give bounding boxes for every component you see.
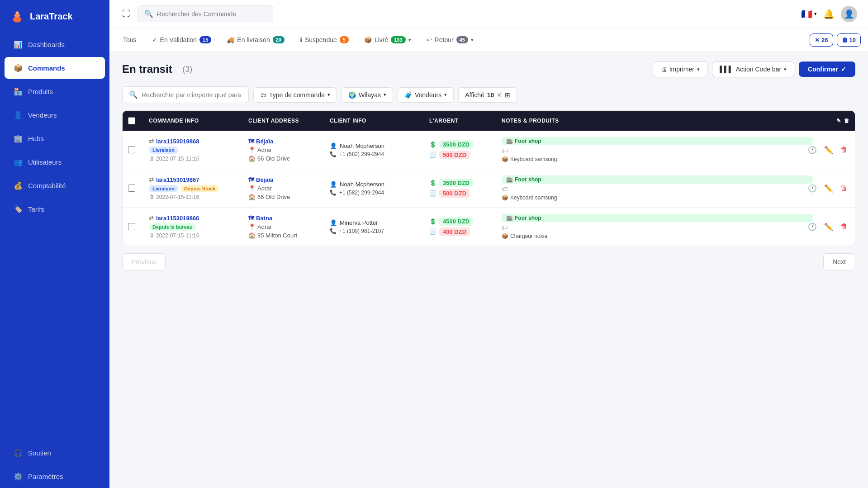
tarifs-icon: 🏷️ bbox=[14, 204, 23, 213]
print-icon: 🖨 bbox=[660, 66, 667, 73]
map-icon: 🗺 bbox=[248, 138, 254, 145]
tab-suspendue[interactable]: ℹ Suspendue 5 bbox=[294, 33, 355, 47]
td-address-2: 🗺 Béjaïa 📍 Adrar 🏠 66 Old Drive bbox=[243, 170, 324, 207]
briefcase-icon: 🧳 bbox=[404, 91, 412, 99]
nav-item-tarifs[interactable]: 🏷️ Tarifs bbox=[5, 198, 105, 220]
sync-icon: ⇄ bbox=[149, 138, 154, 145]
nav-item-commands[interactable]: 📦 Commands bbox=[5, 57, 105, 79]
cancel-badge-button[interactable]: ✕ 26 bbox=[810, 33, 833, 47]
avatar[interactable]: 👤 bbox=[841, 6, 857, 22]
previous-button[interactable]: Previous bbox=[122, 253, 166, 270]
svg-point-1 bbox=[14, 14, 20, 18]
check-circle-icon: ✓ bbox=[841, 66, 846, 73]
nav-label-tarifs: Tarifs bbox=[28, 205, 44, 213]
shop-icon3: 🏬 bbox=[506, 215, 513, 221]
row-checkbox-2[interactable] bbox=[128, 185, 135, 192]
tab-en-validation[interactable]: ✓ En Validation 15 bbox=[146, 33, 218, 47]
history-button-1[interactable]: 🕐 bbox=[806, 144, 819, 156]
nav-item-soutien[interactable]: 🎧 Soutien bbox=[5, 442, 105, 464]
cmd-date-3: 🗓 2022-07-15-11:16 bbox=[149, 232, 237, 239]
tab-retour[interactable]: ↩ Retour 45 ▾ bbox=[420, 33, 480, 47]
history-button-3[interactable]: 🕐 bbox=[806, 221, 819, 233]
row-actions-3: 🕐 ✏️ 🗑 bbox=[824, 221, 849, 233]
select-all-checkbox[interactable] bbox=[128, 117, 135, 124]
home-icon: 🏠 bbox=[248, 155, 256, 162]
row-checkbox-3[interactable] bbox=[128, 223, 135, 230]
nav-item-parametres[interactable]: ⚙️ Paramètres bbox=[5, 465, 105, 487]
barcode-icon: ▌▌▌ bbox=[720, 66, 733, 73]
wilayas-filter[interactable]: 🌍 Wilayas ▾ bbox=[342, 87, 393, 103]
th-largent: L'ARGENT bbox=[424, 111, 496, 131]
cmd-date-2: 🗓 2022-07-15-11:16 bbox=[149, 194, 237, 200]
language-selector[interactable]: 🇫🇷 ▾ bbox=[801, 9, 817, 19]
tab-livre-badge: 133 bbox=[391, 36, 405, 43]
city-1: 🗺 Béjaïa bbox=[248, 138, 319, 145]
nav-item-dashboards[interactable]: 📊 Dashboards bbox=[5, 33, 105, 55]
logo[interactable]: LaraTrack bbox=[0, 0, 109, 33]
delete-button-2[interactable]: 🗑 bbox=[839, 182, 849, 194]
page-header: En transit (3) 🖨 Imprimer ▾ ▌▌▌ Action C… bbox=[122, 61, 855, 77]
calendar-icon2: 🗓 bbox=[149, 194, 154, 200]
tab-en-livraison[interactable]: 🚚 En livraison 20 bbox=[220, 33, 291, 47]
topbar-right: 🇫🇷 ▾ 🔔 👤 bbox=[801, 6, 857, 22]
sync-icon3: ⇄ bbox=[149, 215, 154, 222]
product-name-1: 📦 Keyboard samsung bbox=[502, 156, 813, 162]
commands-table: COMMANDE INFO CLIENT ADDRESS CLIENT INFO… bbox=[122, 110, 855, 246]
tag-icon: 🏷 bbox=[502, 147, 813, 154]
tab-livre[interactable]: 📦 Livré 133 ▾ bbox=[358, 33, 417, 47]
money-due-1: 500 DZD bbox=[439, 151, 470, 159]
commands-icon: 📦 bbox=[14, 63, 23, 72]
pagination: Previous Next bbox=[122, 246, 855, 278]
nav-label-utilisateurs: Utilisateurs bbox=[28, 158, 62, 166]
delete-button-3[interactable]: 🗑 bbox=[839, 221, 849, 232]
td-actions-1: 🕐 ✏️ 🗑 bbox=[819, 137, 855, 162]
nav-item-vendeurs[interactable]: 👤 Vendeurs bbox=[5, 104, 105, 126]
check-icon: ✓ bbox=[152, 36, 157, 43]
soutien-icon: 🎧 bbox=[14, 448, 23, 457]
td-client-2: 👤 Noah Mcpherson 📞 +1 (582) 299-2944 bbox=[324, 175, 424, 202]
trash-icon: 🗑 bbox=[842, 37, 848, 43]
page-title: En transit (3) bbox=[122, 63, 192, 76]
edit-button-3[interactable]: ✏️ bbox=[822, 221, 835, 233]
box-product-icon: 📦 bbox=[502, 156, 508, 162]
th-actions: ✎ 🗑 bbox=[819, 111, 855, 131]
th-checkbox bbox=[123, 111, 143, 131]
td-commande-2: ⇄ lara1153019867 Livraison Depuis Stock … bbox=[143, 170, 243, 207]
nav-item-hubs[interactable]: 🏢 Hubs bbox=[5, 128, 105, 149]
edit-button-2[interactable]: ✏️ bbox=[822, 182, 835, 194]
delete-button-1[interactable]: 🗑 bbox=[839, 144, 849, 156]
city-2: 🗺 Béjaïa bbox=[248, 176, 319, 183]
history-button-2[interactable]: 🕐 bbox=[806, 182, 819, 194]
nav-label-parametres: Paramètres bbox=[28, 473, 63, 480]
edit-button-1[interactable]: ✏️ bbox=[822, 144, 835, 156]
client-phone-1: 📞 +1 (582) 299-2944 bbox=[330, 151, 418, 157]
filter-search-input[interactable] bbox=[142, 91, 242, 99]
next-button[interactable]: Next bbox=[823, 253, 855, 270]
type-commande-filter[interactable]: 🗂 Type de commande ▾ bbox=[253, 87, 337, 103]
chevron-down-icon3: ▾ bbox=[697, 66, 700, 72]
utilisateurs-icon: 👥 bbox=[14, 157, 23, 166]
nav-label-produits: Produits bbox=[28, 88, 53, 95]
nav-item-produits[interactable]: 🏪 Produits bbox=[5, 81, 105, 102]
affiche-clear-button[interactable]: ✕ bbox=[497, 91, 502, 99]
tag-icon2: 🏷 bbox=[502, 185, 813, 193]
cmd-date-1: 🗓 2022-07-15-11:16 bbox=[149, 156, 237, 162]
money-due-2: 500 DZD bbox=[439, 189, 470, 198]
trash-badge-button[interactable]: 🗑 10 bbox=[837, 33, 861, 47]
confirmer-button[interactable]: Confirmer ✓ bbox=[799, 62, 855, 77]
home-icon3: 🏠 bbox=[248, 232, 256, 239]
filters: 🔍 🗂 Type de commande ▾ 🌍 Wilayas ▾ 🧳 Ven… bbox=[122, 86, 855, 103]
notification-button[interactable]: 🔔 bbox=[823, 9, 835, 19]
nav-item-utilisateurs[interactable]: 👥 Utilisateurs bbox=[5, 151, 105, 173]
expand-button[interactable]: ⛶ bbox=[120, 7, 132, 20]
td-money-3: 💲 4500 DZD 🧾 400 DZD bbox=[424, 211, 496, 242]
row-checkbox-1[interactable] bbox=[128, 146, 135, 153]
nav-item-comptabilite[interactable]: 💰 Comptabilité bbox=[5, 175, 105, 196]
global-search-input[interactable] bbox=[157, 10, 266, 18]
imprimer-button[interactable]: 🖨 Imprimer ▾ bbox=[653, 61, 707, 77]
action-code-bar-button[interactable]: ▌▌▌ Action Code bar ▾ bbox=[712, 61, 794, 77]
return-icon: ↩ bbox=[427, 36, 432, 43]
tab-tous[interactable]: Tous bbox=[117, 33, 143, 47]
dollar-icon: 💲 bbox=[429, 141, 436, 148]
vendeurs-filter[interactable]: 🧳 Vendeurs ▾ bbox=[398, 87, 454, 103]
